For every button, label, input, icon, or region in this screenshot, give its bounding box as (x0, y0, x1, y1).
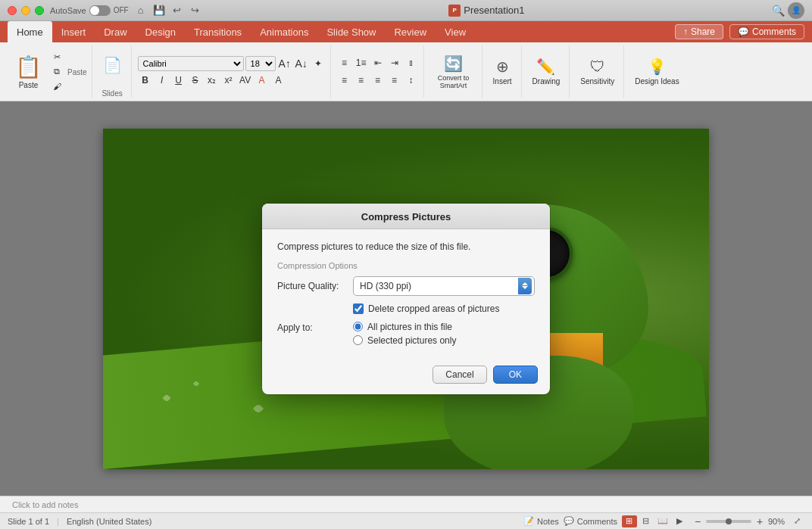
save-icon[interactable]: 💾 (153, 5, 165, 17)
minimize-button[interactable] (21, 6, 30, 15)
numbering-button[interactable]: 1≡ (354, 55, 369, 70)
clear-format-button[interactable]: ✦ (311, 56, 326, 71)
autosave-label: AutoSave (50, 6, 86, 15)
home-icon[interactable]: ⌂ (135, 5, 147, 17)
align-right-button[interactable]: ≡ (370, 73, 386, 88)
new-slide-button[interactable]: 📄 (98, 45, 126, 85)
align-center-button[interactable]: ≡ (354, 73, 369, 88)
italic-button[interactable]: I (155, 73, 170, 88)
undo-icon[interactable]: ↩ (171, 5, 183, 17)
character-spacing-button[interactable]: AV (238, 73, 253, 88)
list-row: ≡ 1≡ ⇤ ⇥ ⫾ (337, 55, 419, 70)
line-spacing-button[interactable]: ↕ (404, 73, 419, 88)
font-color-button[interactable]: A (255, 73, 270, 88)
reading-view-button[interactable]: 📖 (655, 515, 670, 527)
tab-slideshow[interactable]: Slide Show (317, 21, 385, 42)
quality-select[interactable]: HD (330 ppi) Full HD (220 ppi) HD (150 p… (353, 276, 535, 296)
insert-label: Insert (493, 77, 512, 86)
cut-button[interactable]: ✂ (49, 51, 64, 64)
dialog-title-bar: Compress Pictures (262, 204, 550, 229)
insert-button[interactable]: ⊕ Insert (489, 51, 517, 93)
font-family-select[interactable]: Calibri (138, 56, 244, 71)
radio-all-label: All pictures in this file (367, 322, 452, 332)
radio-selected-label: Selected pictures only (367, 335, 456, 346)
share-button[interactable]: ↑ Share (675, 24, 723, 39)
ribbon-toolbar: 📋 Paste ✂ ⧉ 🖌 Paste 📄 Slides Calibri 18 (0, 42, 812, 101)
slide[interactable]: Compress Pictures Compress pictures to r… (103, 129, 709, 469)
radio-all[interactable] (353, 322, 363, 331)
drawing-section: ✏️ Drawing (523, 45, 570, 98)
tab-transitions[interactable]: Transitions (185, 21, 251, 42)
delete-cropped-checkbox[interactable] (353, 303, 364, 314)
notes-label: Notes (537, 517, 559, 526)
tab-insert[interactable]: Insert (52, 21, 95, 42)
dialog-body: Compress pictures to reduce the size of … (262, 229, 550, 358)
tab-review[interactable]: Review (385, 21, 436, 42)
tab-home[interactable]: Home (8, 21, 52, 42)
underline-button[interactable]: U (171, 73, 186, 88)
notes-toggle-button[interactable]: 📝 Notes (523, 516, 559, 526)
strikethrough-button[interactable]: S (188, 73, 203, 88)
design-ideas-button[interactable]: 💡 Design Ideas (630, 51, 683, 93)
maximize-button[interactable] (35, 6, 44, 15)
comments-toggle-button[interactable]: 💬 Comments (564, 516, 617, 526)
tab-view[interactable]: View (436, 21, 475, 42)
new-slide-icon: 📄 (103, 56, 122, 74)
zoom-level[interactable]: 90% (768, 517, 785, 526)
search-icon[interactable]: 🔍 (772, 5, 785, 17)
font-size-select[interactable]: 18 (245, 56, 276, 71)
comment-icon: 💬 (738, 26, 749, 37)
dialog-title: Compress Pictures (274, 211, 538, 222)
presenter-view-button[interactable]: ▶ (672, 515, 687, 527)
sensitivity-section: 🛡 Sensitivity (571, 45, 624, 98)
highlight-button[interactable]: A (271, 73, 286, 88)
comments-button[interactable]: 💬 Comments (729, 24, 804, 39)
radio-selected[interactable] (353, 335, 363, 345)
smartart-label: Convert to SmartArt (435, 74, 473, 89)
increase-indent-button[interactable]: ⇥ (387, 55, 402, 70)
ok-button[interactable]: OK (493, 366, 538, 384)
format-painter-button[interactable]: 🖌 (49, 79, 64, 93)
paste-button[interactable]: 📋 Paste (11, 51, 46, 92)
autosave-toggle[interactable] (89, 5, 111, 16)
notes-placeholder[interactable]: Click to add notes (12, 500, 78, 509)
bullets-button[interactable]: ≡ (337, 55, 352, 70)
align-left-button[interactable]: ≡ (337, 73, 352, 88)
convert-smartart-button[interactable]: 🔄 Convert to SmartArt (430, 51, 477, 93)
comments-status-label: Comments (577, 517, 617, 526)
zoom-slider[interactable] (706, 520, 751, 523)
decrease-indent-button[interactable]: ⇤ (370, 55, 386, 70)
superscript-button[interactable]: x² (221, 73, 236, 88)
design-ideas-icon: 💡 (648, 58, 667, 76)
redo-icon[interactable]: ↪ (189, 5, 201, 17)
document-title-area: P Presentation1 (448, 5, 524, 17)
normal-view-button[interactable]: ⊞ (622, 515, 637, 527)
fit-slide-button[interactable]: ⤢ (789, 515, 804, 527)
drawing-button[interactable]: ✏️ Drawing (528, 51, 565, 93)
bold-button[interactable]: B (138, 73, 153, 88)
tab-draw[interactable]: Draw (95, 21, 136, 42)
copy-button[interactable]: ⧉ (49, 65, 64, 79)
zoom-in-button[interactable]: + (754, 515, 766, 527)
slide-sorter-button[interactable]: ⊟ (639, 515, 654, 527)
cancel-button[interactable]: Cancel (433, 366, 486, 384)
sensitivity-button[interactable]: 🛡 Sensitivity (576, 51, 619, 93)
justify-button[interactable]: ≡ (387, 73, 402, 88)
close-button[interactable] (8, 6, 17, 15)
insert-icon: ⊕ (496, 58, 509, 76)
increase-font-button[interactable]: A↑ (277, 56, 292, 71)
decrease-font-button[interactable]: A↓ (294, 56, 309, 71)
tab-design[interactable]: Design (136, 21, 185, 42)
columns-button[interactable]: ⫾ (404, 55, 419, 70)
subscript-button[interactable]: x₂ (205, 73, 220, 88)
user-avatar[interactable]: 👤 (788, 2, 804, 19)
autosave-state: OFF (114, 6, 129, 14)
powerpoint-icon: P (448, 5, 461, 17)
zoom-out-button[interactable]: − (692, 515, 704, 527)
main-content-area: Compress Pictures Compress pictures to r… (0, 101, 812, 496)
ribbon-tabs: Home Insert Draw Design Transitions Anim… (0, 21, 812, 42)
share-icon: ↑ (683, 26, 688, 37)
slide-info: Slide 1 of 1 (8, 517, 49, 526)
tab-animations[interactable]: Animations (251, 21, 317, 42)
quality-label: Picture Quality: (277, 281, 345, 291)
